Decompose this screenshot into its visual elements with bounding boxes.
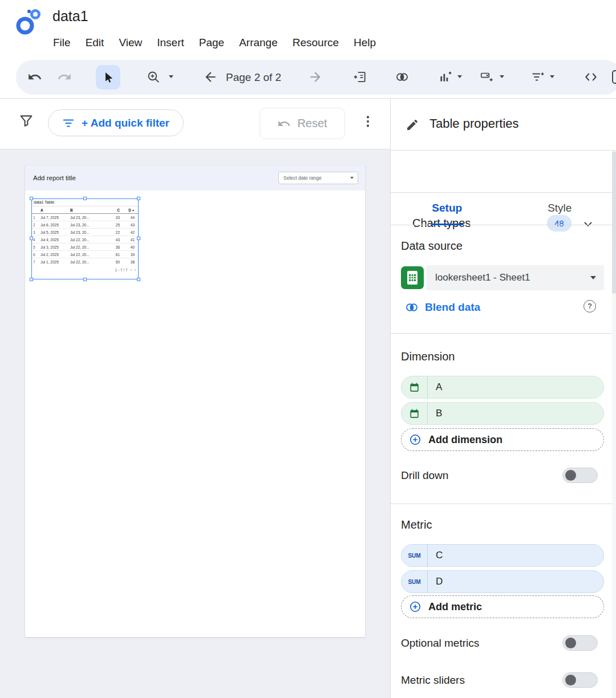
undo-icon[interactable] [27,70,42,84]
pagination-next-icon[interactable]: › [135,268,136,272]
menu-help[interactable]: Help [346,32,383,54]
aggregation-badge[interactable]: SUM [402,571,428,593]
cell-c: 50 [104,260,122,264]
metric-chip-label: D [428,576,443,587]
filter-bar: + Add quick filter Reset [0,99,390,149]
page-indicator[interactable]: Page 2 of 2 [226,71,281,84]
resize-handle[interactable] [30,197,33,200]
redo-icon[interactable] [57,70,72,84]
menu-file[interactable]: File [46,32,78,54]
menu-arrange[interactable]: Arrange [232,32,285,54]
toolbar-overflow-partial-icon[interactable] [610,68,616,86]
previous-page-arrow-icon[interactable] [203,70,218,84]
add-metric-label: Add metric [428,601,482,613]
optional-metrics-toggle[interactable] [562,635,598,651]
add-page-icon[interactable] [352,70,367,84]
col-header-a[interactable]: A [39,208,68,212]
date-range-label: Select date range [279,175,350,181]
cell-rownum: 2 [32,223,39,227]
table-pagination: 1 - 7 / 7 ‹ › [32,266,138,274]
panel-scrollbar[interactable] [612,151,616,698]
cell-rownum: 7 [32,260,39,264]
help-icon[interactable]: ? [583,300,596,313]
google-sheets-icon [401,266,424,289]
add-filter-icon[interactable] [530,70,545,84]
menu-edit[interactable]: Edit [78,32,112,54]
add-metric-button[interactable]: Add metric [401,595,604,618]
plus-circle-icon [410,601,421,612]
reset-label: Reset [297,117,327,130]
zoom-icon[interactable] [146,70,161,84]
menu-page[interactable]: Page [192,32,232,54]
toggle-knob [565,675,576,685]
reset-button[interactable]: Reset [260,108,345,139]
resize-handle[interactable] [30,237,33,240]
col-header-b[interactable]: B [68,208,104,212]
table-row: 2 Jul 6, 2025 Jul 23, 20... 25 43 [32,221,138,229]
aggregation-badge[interactable]: SUM [402,545,428,566]
cell-a: Jul 6, 2025 [39,223,68,227]
select-tool-button[interactable] [96,65,120,90]
blend-tool-icon[interactable] [395,70,410,84]
dimension-chip-a[interactable]: A [401,376,604,399]
col-header-d[interactable]: D▼ [122,208,136,212]
report-canvas[interactable]: Add report title Select date range data1… [0,149,390,698]
embed-code-icon[interactable] [583,70,598,84]
cell-b: Jul 23, 20... [68,230,104,234]
filter-funnel-icon[interactable] [18,112,34,128]
metric-chip-d[interactable]: SUM D [401,570,604,593]
menubar: File Edit View Insert Page Arrange Resou… [46,32,383,54]
add-filter-caret-icon[interactable] [550,75,554,78]
tab-style[interactable]: Style [504,193,616,225]
metric-sliders-toggle[interactable] [562,672,598,688]
data-source-dropdown[interactable]: lookersheet1 - Sheet1 [426,265,604,290]
tab-setup[interactable]: Setup [391,193,504,225]
add-control-caret-icon[interactable] [500,75,504,78]
add-quick-filter-button[interactable]: + Add quick filter [48,109,184,136]
resize-handle[interactable] [137,278,140,281]
cell-rownum: 1 [32,216,39,220]
more-options-icon[interactable] [360,114,375,129]
document-title[interactable]: data1 [52,8,88,25]
cell-d: 42 [122,230,136,234]
active-tab-underline [431,224,464,225]
metric-chip-c[interactable]: SUM C [401,544,604,567]
date-range-control[interactable]: Select date range [278,172,358,184]
drill-down-toggle[interactable] [562,468,598,483]
cell-d: 43 [122,223,136,227]
cell-rownum: 5 [32,245,39,249]
table-chart[interactable]: data1 Table A B C D▼ 1 Jul 7, 2025 Jul 2… [31,198,139,279]
data-source-name: lookersheet1 - Sheet1 [426,272,590,283]
looker-studio-logo-icon[interactable] [15,7,42,36]
section-divider [391,333,616,334]
add-chart-icon[interactable] [438,70,453,84]
dimension-chip-b[interactable]: B [401,402,604,425]
edit-pencil-icon[interactable] [406,118,419,132]
report-title-placeholder[interactable]: Add report title [33,165,76,190]
scrollbar-thumb[interactable] [612,151,616,294]
data-source-selector[interactable]: lookersheet1 - Sheet1 [401,265,604,290]
zoom-dropdown-caret-icon[interactable] [169,75,173,78]
add-control-icon[interactable] [479,70,494,84]
resize-handle[interactable] [83,197,87,200]
add-dimension-button[interactable]: Add dimension [401,428,604,451]
cell-rownum: 3 [32,230,39,234]
col-header-c[interactable]: C [104,208,122,212]
report-page[interactable]: Add report title Select date range data1… [25,165,365,637]
pagination-range: 1 - 7 / 7 [115,268,128,272]
resize-handle[interactable] [137,197,140,200]
next-page-arrow-icon[interactable] [308,70,323,84]
resize-handle[interactable] [83,278,87,281]
chart-types-row[interactable]: Chart types 48 [391,151,616,193]
optional-metrics-label: Optional metrics [401,637,479,650]
menu-view[interactable]: View [111,32,149,54]
blend-data-link[interactable]: Blend data [425,301,480,314]
cell-c: 36 [104,245,122,249]
menu-insert[interactable]: Insert [149,32,192,54]
add-chart-caret-icon[interactable] [457,75,462,78]
pagination-prev-icon[interactable]: ‹ [131,268,132,272]
resize-handle[interactable] [30,278,33,281]
table-row: 6 Jul 2, 2025 Jul 22, 20... 61 39 [32,251,138,258]
menu-resource[interactable]: Resource [285,32,346,54]
resize-handle[interactable] [137,237,140,240]
